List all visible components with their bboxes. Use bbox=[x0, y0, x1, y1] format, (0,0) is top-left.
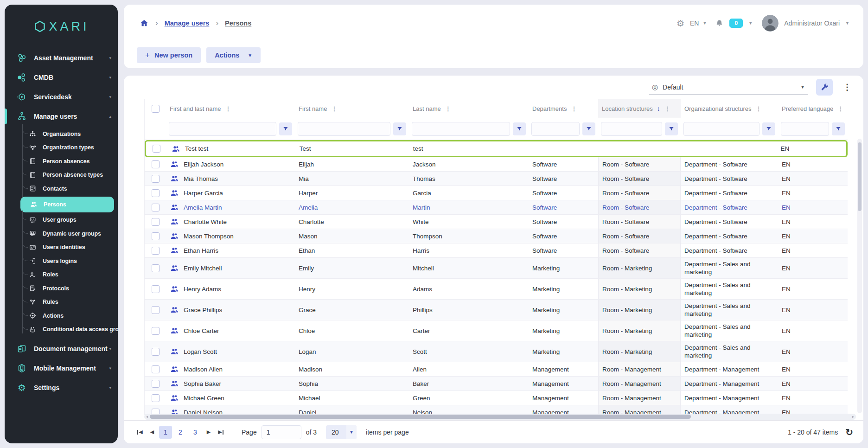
column-menu-icon[interactable]: ⋮ bbox=[225, 105, 231, 112]
filter-input-departments[interactable] bbox=[531, 122, 580, 136]
select-all-checkbox[interactable] bbox=[152, 105, 160, 113]
column-menu-icon[interactable]: ⋮ bbox=[756, 105, 762, 112]
sidebar-item-conditional-data-access-groups[interactable]: Conditional data access groups bbox=[5, 323, 118, 337]
scroll-left-icon[interactable]: ◂ bbox=[144, 415, 150, 419]
table-row[interactable]: Mia ThomasMiaThomasSoftwareRoom - Softwa… bbox=[145, 172, 848, 186]
sidebar-section-document-management[interactable]: Document management▾ bbox=[5, 339, 118, 358]
filter-input-first_name[interactable] bbox=[298, 122, 390, 136]
sidebar-item-roles[interactable]: Roles bbox=[5, 268, 118, 282]
gear-icon[interactable]: ⚙ bbox=[677, 18, 684, 29]
page-button-1[interactable]: 1 bbox=[159, 426, 172, 439]
scroll-right-icon[interactable]: ▸ bbox=[850, 415, 856, 419]
table-row-highlighted[interactable]: Test testTesttestEN bbox=[145, 140, 848, 157]
refresh-icon[interactable]: ↻ bbox=[845, 428, 853, 437]
sidebar-item-user-groups[interactable]: User groups bbox=[5, 213, 118, 227]
breadcrumb-current-persons[interactable]: Persons bbox=[225, 19, 251, 27]
kebab-menu-icon[interactable]: ⋮ bbox=[841, 82, 853, 92]
sidebar-item-dynamic-user-groups[interactable]: Dynamic user groups bbox=[5, 227, 118, 241]
table-row[interactable]: Grace PhillipsGracePhillipsMarketingRoom… bbox=[145, 300, 848, 320]
column-menu-icon[interactable]: ⋮ bbox=[445, 105, 451, 112]
row-checkbox[interactable] bbox=[152, 204, 160, 211]
column-menu-icon[interactable]: ⋮ bbox=[664, 105, 670, 112]
sidebar-item-actions[interactable]: Actions bbox=[5, 309, 118, 323]
row-checkbox[interactable] bbox=[152, 160, 160, 168]
row-checkbox[interactable] bbox=[152, 380, 160, 388]
page-number-input[interactable] bbox=[262, 425, 301, 439]
actions-dropdown-button[interactable]: Actions ▼ bbox=[206, 47, 261, 63]
row-checkbox[interactable] bbox=[152, 365, 160, 373]
table-row[interactable]: Harper GarciaHarperGarciaSoftwareRoom - … bbox=[145, 186, 848, 200]
row-checkbox[interactable] bbox=[152, 175, 160, 183]
vertical-scrollbar[interactable] bbox=[857, 139, 862, 413]
table-row[interactable]: Mason ThompsonMasonThompsonSoftwareRoom … bbox=[145, 229, 848, 243]
row-checkbox[interactable] bbox=[152, 232, 160, 240]
column-header-first_name[interactable]: First name⋮ bbox=[295, 99, 409, 118]
row-checkbox[interactable] bbox=[153, 145, 160, 153]
table-row[interactable]: Michael GreenMichaelGreenManagementRoom … bbox=[145, 391, 848, 405]
vertical-scrollbar-thumb[interactable] bbox=[858, 142, 862, 211]
filter-button-departments[interactable] bbox=[582, 122, 595, 135]
row-checkbox[interactable] bbox=[152, 264, 160, 272]
row-checkbox[interactable] bbox=[152, 327, 160, 335]
bell-icon[interactable] bbox=[715, 19, 724, 28]
row-checkbox[interactable] bbox=[152, 218, 160, 226]
filter-input-preferred_language[interactable] bbox=[781, 122, 829, 136]
table-row[interactable]: Emily MitchellEmilyMitchellMarketingRoom… bbox=[145, 258, 848, 279]
first-page-button[interactable]: ◀ bbox=[134, 426, 146, 438]
filter-button-preferred_language[interactable] bbox=[832, 122, 845, 135]
table-row[interactable]: Madison AllenMadisonAllenManagementRoom … bbox=[145, 362, 848, 377]
column-menu-icon[interactable]: ⋮ bbox=[331, 105, 337, 112]
next-page-button[interactable]: ▶ bbox=[203, 426, 215, 438]
row-checkbox[interactable] bbox=[152, 189, 160, 197]
filter-input-organizational_structures[interactable] bbox=[683, 122, 760, 136]
home-icon[interactable] bbox=[140, 19, 149, 28]
sidebar-item-persons[interactable]: Persons bbox=[20, 197, 114, 212]
table-row[interactable]: Ethan HarrisEthanHarrisSoftwareRoom - So… bbox=[145, 243, 848, 258]
row-checkbox[interactable] bbox=[152, 247, 160, 255]
filter-button-first_name[interactable] bbox=[393, 122, 406, 135]
column-header-full_name[interactable]: First and last name⋮ bbox=[166, 99, 295, 118]
sidebar-section-mobile-management[interactable]: Mobile Management▾ bbox=[5, 358, 118, 378]
sidebar-item-organization-types[interactable]: Organization types bbox=[5, 141, 118, 155]
new-person-button[interactable]: + New person bbox=[137, 47, 201, 63]
table-row[interactable]: Henry AdamsHenryAdamsMarketingRoom - Mar… bbox=[145, 279, 848, 300]
sidebar-section-servicedesk[interactable]: Servicedesk▾ bbox=[5, 87, 118, 107]
sidebar-section-cmdb[interactable]: CMDB▾ bbox=[5, 68, 118, 87]
sidebar-item-users-logins[interactable]: Users logins bbox=[5, 254, 118, 268]
table-row[interactable]: Elijah JacksonElijahJacksonSoftwareRoom … bbox=[145, 157, 848, 172]
filter-button-last_name[interactable] bbox=[513, 122, 526, 135]
column-header-preferred_language[interactable]: Preferred language⋮ bbox=[778, 99, 848, 118]
sidebar-item-users-identities[interactable]: Users identities bbox=[5, 241, 118, 255]
view-select[interactable]: ◎ Default ▼ bbox=[649, 80, 808, 95]
chevron-down-icon[interactable]: ▼ bbox=[845, 21, 849, 26]
filter-input-full_name[interactable] bbox=[169, 122, 276, 136]
sidebar-item-contacts[interactable]: Contacts bbox=[5, 182, 118, 196]
horizontal-scrollbar[interactable]: ◂ ▸ bbox=[144, 414, 856, 420]
breadcrumb-link-manage-users[interactable]: Manage users bbox=[165, 19, 210, 27]
row-checkbox[interactable] bbox=[152, 285, 160, 293]
chevron-down-icon[interactable]: ▼ bbox=[748, 21, 753, 26]
column-header-location_structures[interactable]: Location structures↓⋮ bbox=[598, 99, 681, 118]
table-row[interactable]: Logan ScottLoganScottMarketingRoom - Mar… bbox=[145, 341, 848, 362]
previous-page-button[interactable]: ◀ bbox=[146, 426, 158, 438]
column-header-last_name[interactable]: Last name⋮ bbox=[409, 99, 529, 118]
last-page-button[interactable]: ▶ bbox=[215, 426, 227, 438]
filter-button-organizational_structures[interactable] bbox=[762, 122, 775, 135]
sidebar-section-asset-management[interactable]: Asset Management▾ bbox=[5, 48, 118, 68]
avatar[interactable] bbox=[762, 15, 779, 32]
row-checkbox[interactable] bbox=[152, 306, 160, 314]
sidebar-section-manage-users[interactable]: Manage users▴ bbox=[5, 107, 118, 126]
filter-button-full_name[interactable] bbox=[279, 122, 292, 135]
horizontal-scrollbar-thumb[interactable] bbox=[150, 415, 691, 419]
column-menu-icon[interactable]: ⋮ bbox=[837, 105, 843, 112]
sidebar-item-protocols[interactable]: Protocols bbox=[5, 282, 118, 295]
sidebar-section-settings[interactable]: ⚙Settings▾ bbox=[5, 378, 118, 397]
user-menu[interactable]: Administrator Oxari bbox=[784, 19, 840, 27]
language-dropdown[interactable]: EN ▼ bbox=[690, 19, 707, 27]
table-row[interactable]: Sophia BakerSophiaBakerManagementRoom - … bbox=[145, 377, 848, 391]
column-header-organizational_structures[interactable]: Organizational structures⋮ bbox=[681, 99, 778, 118]
table-row[interactable]: Chloe CarterChloeCarterMarketingRoom - M… bbox=[145, 320, 848, 341]
filter-input-location_structures[interactable] bbox=[601, 122, 662, 136]
filter-button-location_structures[interactable] bbox=[665, 122, 678, 135]
sidebar-item-person-absence-types[interactable]: Person absence types bbox=[5, 168, 118, 182]
